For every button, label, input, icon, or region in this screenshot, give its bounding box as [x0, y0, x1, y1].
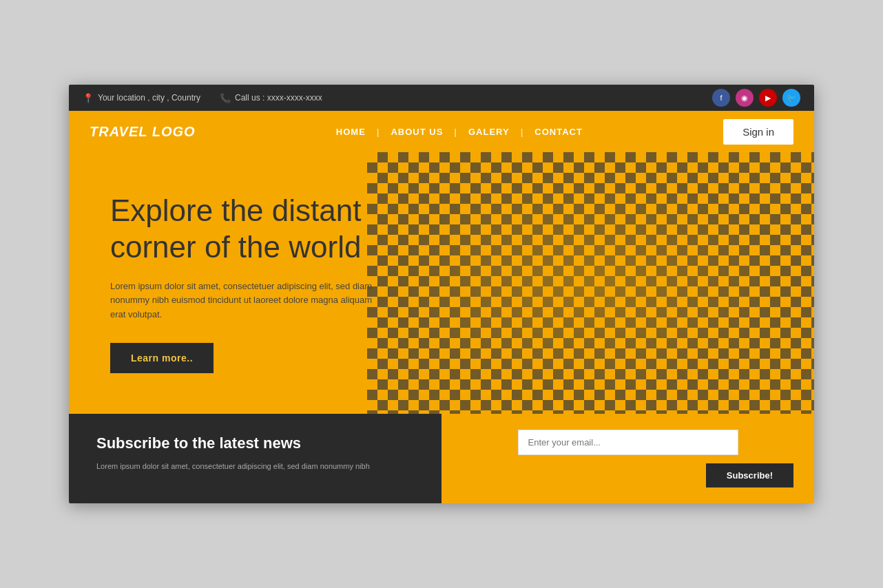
top-bar: Your location , city , Country Call us :…	[69, 85, 814, 111]
browser-window: Your location , city , Country Call us :…	[69, 85, 814, 503]
nav-divider-1: |	[377, 127, 380, 137]
phone-item: Call us : xxxx-xxxx-xxxx	[220, 93, 322, 103]
subscribe-right: Subscribe!	[442, 414, 814, 503]
twitter-icon[interactable]: 🐦	[782, 89, 800, 107]
sign-in-button[interactable]: Sign in	[723, 119, 793, 145]
nav-logo: TRAVEL LOGO	[90, 124, 196, 140]
hero-content: Explore the distant corner of the world …	[69, 158, 455, 408]
phone-icon	[220, 93, 231, 103]
hero-title: Explore the distant corner of the world	[110, 193, 420, 266]
nav-divider-2: |	[454, 127, 457, 137]
nav-gallery[interactable]: GALERY	[457, 127, 521, 137]
nav-contact[interactable]: CONTACT	[523, 127, 594, 137]
nav-about[interactable]: ABOUT US	[380, 127, 454, 137]
instagram-icon[interactable]: ◉	[736, 89, 754, 107]
nav-home[interactable]: HOME	[325, 127, 377, 137]
learn-more-button[interactable]: Learn more..	[110, 343, 214, 373]
phone-text: Call us : xxxx-xxxx-xxxx	[235, 93, 322, 103]
youtube-icon[interactable]: ▶	[759, 89, 777, 107]
social-icons: f ◉ ▶ 🐦	[712, 89, 800, 107]
location-item: Your location , city , Country	[83, 93, 200, 103]
location-text: Your location , city , Country	[98, 93, 200, 103]
subscribe-description: Lorem ipsum dolor sit amet, consectetuer…	[96, 461, 414, 472]
nav-bar: TRAVEL LOGO HOME | ABOUT US | GALERY | C…	[69, 111, 814, 152]
facebook-icon[interactable]: f	[712, 89, 730, 107]
subscribe-section: Subscribe to the latest news Lorem ipsum…	[69, 414, 814, 503]
subscribe-left: Subscribe to the latest news Lorem ipsum…	[69, 414, 442, 503]
location-icon	[83, 93, 94, 103]
subscribe-button[interactable]: Subscribe!	[706, 463, 793, 487]
subscribe-title: Subscribe to the latest news	[96, 434, 414, 452]
nav-divider-3: |	[521, 127, 524, 137]
nav-links: HOME | ABOUT US | GALERY | CONTACT	[325, 127, 594, 137]
email-input[interactable]	[518, 430, 738, 455]
hero-section: Explore the distant corner of the world …	[69, 152, 814, 414]
top-bar-left: Your location , city , Country Call us :…	[83, 93, 322, 103]
hero-description: Lorem ipsum dolor sit amet, consectetuer…	[110, 280, 386, 322]
